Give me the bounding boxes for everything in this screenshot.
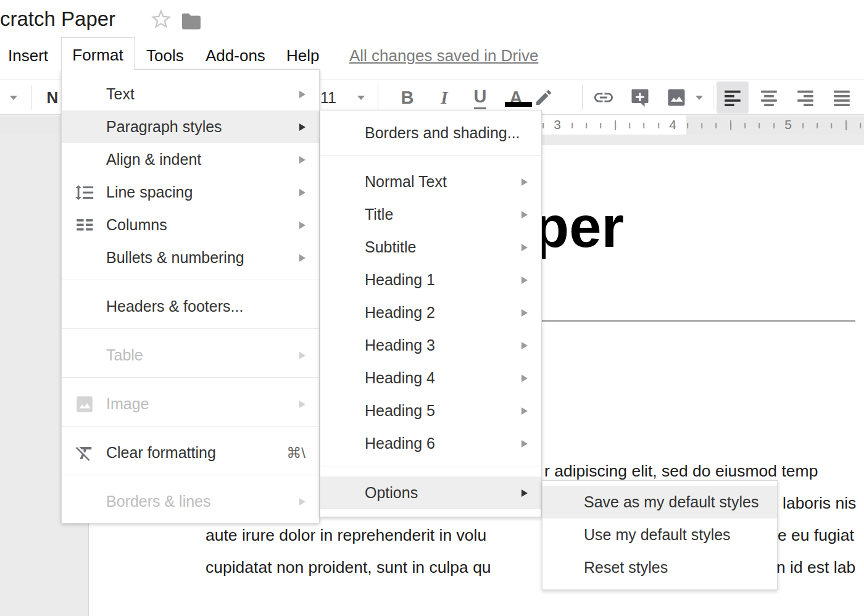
menu-item-label: Image (106, 395, 149, 413)
menu-item-options[interactable]: Options (320, 477, 541, 509)
menu-item-label: Text (106, 85, 135, 103)
menu-item-label: Heading 5 (365, 402, 435, 420)
menu-format[interactable]: Format (61, 37, 135, 70)
menu-item-table: Table (62, 339, 319, 372)
submenu-arrow-icon (299, 123, 305, 131)
menu-item-line-spacing[interactable]: Line spacing (62, 176, 319, 209)
menu-item-label: Headers & footers... (106, 298, 243, 315)
menu-separator (62, 426, 319, 427)
menu-item-label: Heading 2 (365, 304, 435, 322)
submenu-arrow-icon (521, 342, 528, 349)
menu-item-paragraph-styles[interactable]: Paragraph styles (62, 110, 319, 143)
menu-item-label: Clear formatting (106, 444, 216, 462)
menu-item-reset-styles[interactable]: Reset styles (542, 551, 777, 584)
menu-item-label: Heading 3 (365, 336, 435, 354)
align-left-button[interactable] (720, 80, 746, 115)
submenu-arrow-icon (521, 375, 528, 382)
zoom-dropdown-caret-icon[interactable] (10, 96, 17, 100)
folder-icon[interactable] (179, 9, 204, 36)
menu-item-label: Title (365, 206, 393, 223)
menu-item-text[interactable]: Text (62, 78, 319, 110)
menu-item-headers-footers[interactable]: Headers & footers... (62, 290, 319, 323)
submenu-arrow-icon (299, 222, 305, 229)
submenu-arrow-icon (521, 407, 528, 415)
columns-icon (74, 215, 95, 236)
menu-item-heading-4[interactable]: Heading 4 (320, 362, 541, 394)
submenu-arrow-icon (521, 309, 528, 317)
menu-item-bullets-numbering[interactable]: Bullets & numbering (62, 241, 319, 274)
align-right-button[interactable] (792, 80, 818, 115)
menu-item-borders-lines: Borders & lines (62, 485, 319, 518)
document-text-line: e eu fugiat (778, 525, 854, 546)
menu-separator (62, 280, 319, 280)
toolbar-divider (713, 85, 713, 110)
menu-item-subtitle[interactable]: Subtitle (320, 231, 541, 264)
menu-item-heading-5[interactable]: Heading 5 (320, 394, 541, 427)
toolbar-divider (31, 85, 31, 110)
menu-item-label: Line spacing (106, 183, 193, 201)
save-status-link[interactable]: All changes saved in Drive (349, 44, 538, 67)
menu-item-title[interactable]: Title (320, 198, 541, 231)
menu-item-heading-2[interactable]: Heading 2 (320, 296, 541, 329)
image-icon (74, 394, 95, 415)
menu-item-label: Heading 4 (365, 369, 435, 387)
menu-tools[interactable]: Tools (146, 44, 184, 67)
document-name[interactable]: cratch Paper (0, 7, 115, 31)
menu-item-label: Align & indent (106, 151, 201, 169)
paragraph-styles-submenu: Borders and shading... Normal Text Title… (320, 110, 542, 517)
submenu-arrow-icon (521, 489, 528, 497)
menu-item-label: Subtitle (365, 238, 416, 256)
submenu-arrow-icon (521, 277, 528, 284)
document-text-line: aute irure dolor in reprehenderit in vol… (206, 525, 486, 546)
menu-item-normal-text[interactable]: Normal Text (320, 165, 541, 198)
document-text-line: cupidatat non proident, sunt in culpa qu (206, 557, 491, 578)
menu-item-label: Reset styles (584, 559, 668, 576)
submenu-arrow-icon (299, 498, 305, 506)
menu-item-label: Heading 1 (365, 271, 435, 289)
insert-image-icon[interactable] (663, 80, 689, 115)
menu-help[interactable]: Help (286, 44, 319, 67)
menu-item-heading-3[interactable]: Heading 3 (320, 329, 541, 362)
menu-separator (320, 467, 541, 467)
menu-item-label: Columns (106, 216, 167, 234)
menu-separator (62, 475, 319, 475)
star-icon[interactable] (149, 7, 173, 35)
menu-item-clear-formatting[interactable]: Clear formatting ⌘\ (62, 436, 319, 469)
menu-separator (62, 328, 319, 329)
menu-item-use-default-styles[interactable]: Use my default styles (542, 518, 777, 551)
line-spacing-icon (74, 182, 95, 203)
menu-item-heading-6[interactable]: Heading 6 (320, 427, 541, 460)
submenu-arrow-icon (299, 156, 305, 164)
menu-item-label: Save as my default styles (584, 493, 758, 511)
document-text-line: r adipiscing elit, sed do eiusmod temp (544, 460, 818, 481)
paragraph-style-dropdown[interactable]: N (43, 80, 62, 115)
add-comment-icon[interactable] (627, 80, 653, 115)
submenu-arrow-icon (299, 254, 305, 262)
menu-item-image: Image (62, 388, 319, 420)
clear-formatting-icon (74, 443, 95, 464)
ruler-number: 4 (666, 117, 679, 132)
toolbar-divider (582, 85, 583, 110)
image-dropdown-caret-icon[interactable] (696, 96, 703, 100)
menu-item-heading-1[interactable]: Heading 1 (320, 264, 541, 296)
submenu-arrow-icon (299, 91, 305, 98)
align-justify-button[interactable] (829, 80, 855, 115)
menu-item-label: Options (365, 484, 418, 502)
format-menu: Text Paragraph styles Align & indent Lin… (61, 69, 320, 523)
options-submenu: Save as my default styles Use my default… (542, 480, 778, 590)
menu-item-save-default-styles[interactable]: Save as my default styles (542, 486, 777, 518)
menu-addons[interactable]: Add-ons (206, 44, 265, 67)
shortcut-label: ⌘\ (286, 444, 305, 462)
menu-separator (62, 377, 319, 378)
menu-item-columns[interactable]: Columns (62, 209, 319, 241)
align-center-button[interactable] (756, 80, 782, 115)
insert-link-icon[interactable] (591, 80, 617, 115)
menu-insert[interactable]: Insert (8, 44, 48, 67)
menu-separator (320, 155, 541, 156)
submenu-arrow-icon (521, 244, 528, 251)
menu-item-borders-shading[interactable]: Borders and shading... (320, 110, 541, 155)
submenu-arrow-icon (299, 401, 305, 408)
font-size-caret-icon[interactable] (357, 96, 365, 100)
submenu-arrow-icon (299, 352, 305, 359)
menu-item-align-indent[interactable]: Align & indent (62, 143, 319, 176)
